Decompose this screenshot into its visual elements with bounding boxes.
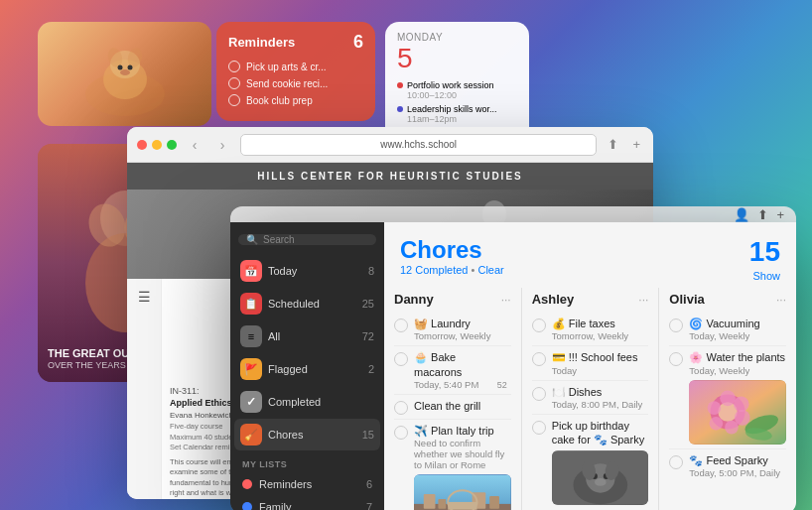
cake-name: Pick up birthday cake for 🐾 Sparky [552, 419, 649, 447]
dog-illustration [66, 30, 185, 119]
grill-check[interactable] [394, 401, 408, 415]
chores-icon: 🧹 [240, 424, 262, 446]
task-vacuuming: 🌀 Vacuuming Today, Weekly [669, 313, 786, 346]
reminders-list-count: 6 [366, 478, 372, 490]
my-lists-label: My Lists [230, 451, 384, 473]
reminders-sidebar: 🔍 Search 📅 Today 8 📋 Scheduled [230, 222, 384, 510]
svg-point-30 [595, 478, 607, 486]
event-dot-1 [397, 82, 403, 88]
smart-lists: 📅 Today 8 📋 Scheduled 25 ≡ All [230, 255, 384, 451]
minimize-button[interactable] [152, 140, 162, 150]
task-clean-grill: Clean the grill [394, 395, 511, 420]
widget-reminders-count: 6 [353, 32, 363, 53]
chores-count-large: 15 [749, 236, 780, 268]
olivia-more-icon[interactable]: ··· [776, 293, 786, 307]
reminder-item-1: Pick up arts & cr... [228, 61, 363, 72]
flower-image [689, 380, 786, 445]
smart-list-completed[interactable]: ✓ Completed [234, 386, 380, 418]
address-bar[interactable]: www.hchs.school [240, 134, 597, 156]
task-water-plants: 🌸 Water the plants Today, Weekly [669, 346, 786, 448]
close-button[interactable] [137, 140, 147, 150]
reminder-circle-2 [228, 77, 240, 89]
event-text-1: Portfolio work session 10:00–12:00 [407, 80, 494, 100]
fees-check[interactable] [532, 352, 546, 366]
list-reminders[interactable]: Reminders 6 [234, 473, 380, 495]
task-dishes: 🍽️ Dishes Today, 8:00 PM, Daily [532, 381, 649, 415]
maximize-button[interactable] [167, 140, 177, 150]
laundry-check[interactable] [394, 319, 408, 332]
reminders-main: Chores 12 Completed • Clear 15 Show Dann… [384, 222, 796, 510]
scheduled-icon: 📋 [240, 293, 262, 315]
list-family[interactable]: Family 7 [234, 496, 380, 510]
dishes-check[interactable] [532, 387, 546, 401]
svg-point-39 [725, 420, 739, 434]
svg-point-40 [710, 416, 724, 430]
taxes-sub: Tomorrow, Weekly [552, 330, 649, 341]
column-ashley: Ashley ··· 💰 File taxes Tomorrow, Weekly [521, 288, 659, 510]
show-link[interactable]: Show [749, 270, 780, 282]
dog-photo [552, 450, 649, 505]
calendar-event-2: Leadership skills wor... 11am–12pm [397, 104, 517, 124]
italy-name: ✈️ Plan Italy trip [414, 424, 511, 438]
danny-more-icon[interactable]: ··· [501, 293, 511, 307]
task-italy-trip: ✈️ Plan Italy trip Need to confirm wheth… [394, 420, 511, 510]
smart-list-flagged[interactable]: 🚩 Flagged 2 [234, 353, 380, 385]
chores-title: Chores [400, 236, 504, 264]
dishes-sub: Today, 8:00 PM, Daily [552, 399, 649, 410]
widget-reminders: Reminders 6 Pick up arts & cr... Send co… [216, 22, 375, 121]
fees-name: 💳 !!! School fees [552, 350, 649, 364]
smart-list-all[interactable]: ≡ All 72 [234, 320, 380, 352]
cake-check[interactable] [532, 421, 546, 435]
hamburger-icon[interactable]: ☰ [138, 289, 151, 305]
reminders-person-icon[interactable]: 👤 [734, 207, 749, 222]
svg-point-41 [708, 401, 722, 415]
svg-point-6 [127, 64, 132, 69]
smart-list-chores[interactable]: 🧹 Chores 15 [234, 419, 380, 450]
browser-sidebar: ☰ [127, 279, 162, 499]
task-columns: Danny ··· 🧺 Laundry Tomorrow, Weekly [384, 288, 796, 510]
url-text: www.hchs.school [380, 139, 457, 150]
share-icon[interactable]: ⬆ [605, 137, 621, 152]
svg-point-36 [721, 390, 737, 406]
ashley-more-icon[interactable]: ··· [638, 293, 648, 307]
widget-photo [38, 22, 211, 126]
calendar-event-1: Portfolio work session 10:00–12:00 [397, 80, 517, 100]
sparky-sub: Today, 5:00 PM, Daily [689, 467, 786, 478]
reminder-text-1: Pick up arts & cr... [246, 62, 327, 72]
today-label: Today [268, 265, 297, 277]
reminders-share-icon[interactable]: ⬆ [757, 207, 768, 222]
add-tab-button[interactable]: + [629, 137, 643, 152]
reminder-text-3: Book club prep [246, 95, 313, 106]
italy-check[interactable] [394, 426, 408, 440]
vacuum-check[interactable] [669, 319, 683, 332]
family-list-count: 7 [366, 501, 372, 510]
svg-point-37 [734, 396, 749, 412]
today-count: 8 [368, 265, 374, 277]
completed-sub: 12 Completed • Clear [400, 264, 504, 276]
smart-list-scheduled[interactable]: 📋 Scheduled 25 [234, 288, 380, 319]
reminder-item-3: Book club prep [228, 94, 363, 106]
traffic-lights [137, 140, 177, 150]
browser-back-button[interactable]: ‹ [185, 135, 204, 155]
laundry-name: 🧺 Laundry [414, 317, 511, 330]
sparky-check[interactable] [669, 455, 683, 469]
all-count: 72 [362, 330, 374, 342]
reminders-add-icon[interactable]: + [776, 207, 784, 222]
macarons-check[interactable] [394, 352, 408, 366]
danny-name: Danny [394, 292, 434, 307]
svg-rect-24 [448, 502, 476, 510]
smart-list-today[interactable]: 📅 Today 8 [234, 255, 380, 287]
clear-link[interactable]: Clear [477, 264, 503, 276]
plants-check[interactable] [669, 352, 683, 366]
browser-forward-button[interactable]: › [212, 135, 232, 155]
fees-sub: Today [552, 365, 649, 376]
svg-point-7 [120, 69, 130, 75]
ashley-header: Ashley ··· [532, 288, 649, 313]
all-label: All [268, 330, 280, 342]
search-bar[interactable]: 🔍 Search [238, 234, 376, 245]
flagged-count: 2 [368, 363, 374, 375]
flagged-icon: 🚩 [240, 358, 262, 380]
ashley-name: Ashley [532, 292, 575, 307]
olivia-name: Olivia [669, 292, 704, 307]
taxes-check[interactable] [532, 319, 546, 332]
